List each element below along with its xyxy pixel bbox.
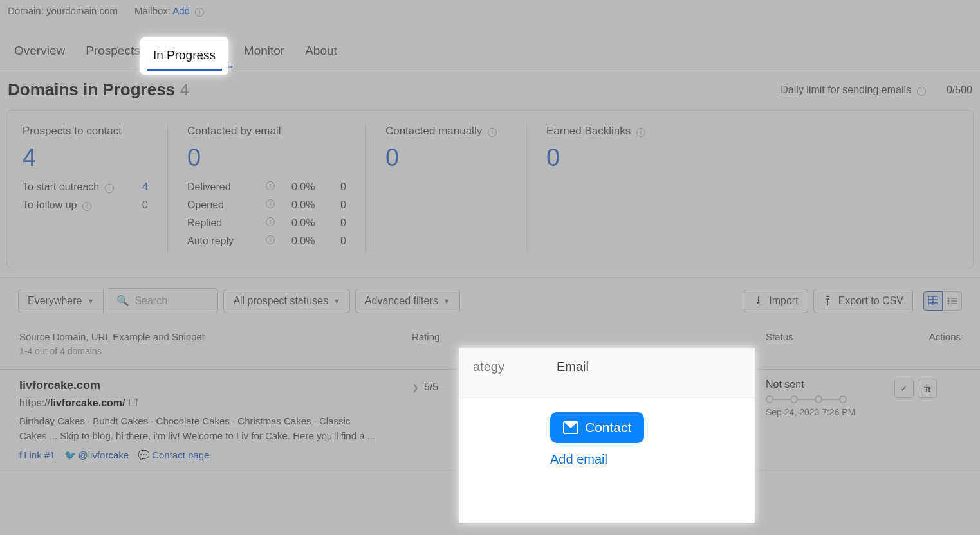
- twitter-link[interactable]: 🐦@livforcake: [64, 449, 129, 461]
- export-csv-button[interactable]: ⭱Export to CSV: [813, 289, 913, 313]
- autoreply-n: 0: [340, 235, 346, 247]
- info-icon[interactable]: i: [488, 128, 497, 137]
- col-status-header: Status: [766, 331, 894, 356]
- page-count: 4: [180, 81, 189, 98]
- mail-icon: [563, 421, 578, 434]
- svg-point-8: [947, 302, 949, 304]
- metric-manual-label: Contacted manually i: [385, 125, 507, 138]
- contact-page-link[interactable]: 💬Contact page: [138, 449, 209, 461]
- scope-dropdown[interactable]: Everywhere▼: [18, 289, 104, 313]
- tab-in-progress-highlight[interactable]: In Progress: [147, 42, 222, 71]
- autoreply-label: Auto reply: [187, 235, 246, 247]
- upload-icon: ⭱: [823, 295, 833, 307]
- to-start-value[interactable]: 4: [142, 181, 148, 193]
- external-link-icon: [129, 399, 137, 406]
- list-view-button[interactable]: [943, 291, 962, 311]
- domain-value: yourdomain.com: [46, 5, 118, 16]
- mark-done-button[interactable]: ✓: [894, 379, 914, 398]
- search-icon: 🔍: [116, 295, 129, 307]
- delivered-pct: 0.0%: [291, 181, 324, 193]
- metric-prospects-label: Prospects to contact: [23, 125, 148, 138]
- list-icon: [947, 296, 957, 305]
- status-timeline: [766, 395, 894, 403]
- table-icon: [928, 296, 938, 305]
- metrics-panel: Prospects to contact 4 To start outreach…: [6, 110, 974, 268]
- metric-backlinks-label: Earned Backlinks i: [546, 125, 669, 138]
- info-icon[interactable]: i: [917, 87, 926, 96]
- info-icon[interactable]: i: [105, 184, 114, 193]
- info-icon[interactable]: i: [82, 202, 91, 211]
- info-icon[interactable]: i: [195, 8, 204, 17]
- search-input[interactable]: 🔍 Search: [109, 288, 218, 313]
- tab-about[interactable]: About: [296, 35, 346, 68]
- delete-button[interactable]: 🗑: [918, 379, 937, 398]
- status-dropdown[interactable]: All prospect statuses▼: [223, 289, 350, 313]
- chevron-down-icon: ▼: [333, 297, 340, 305]
- metric-email-value: 0: [187, 145, 346, 170]
- col-source-header: Source Domain, URL Example and Snippet: [19, 331, 412, 342]
- to-start-label: To start outreach i: [23, 181, 114, 193]
- check-icon: ✓: [900, 383, 908, 394]
- metric-backlinks-value: 0: [546, 145, 669, 170]
- info-icon[interactable]: i: [266, 235, 275, 244]
- mailbox-add-link[interactable]: Add: [172, 5, 190, 16]
- facebook-link[interactable]: fLink #1: [19, 449, 55, 461]
- info-icon[interactable]: i: [266, 199, 275, 208]
- replied-pct: 0.0%: [291, 217, 324, 229]
- info-icon[interactable]: i: [266, 217, 275, 226]
- daily-limit: Daily limit for sending emails i 0/500: [781, 84, 972, 96]
- info-icon[interactable]: i: [636, 128, 645, 137]
- delivered-label: Delivered: [187, 181, 246, 193]
- add-email-link[interactable]: Add email: [550, 452, 741, 467]
- import-button[interactable]: ⭳Import: [744, 289, 808, 313]
- col-actions-header: Actions: [894, 331, 961, 356]
- facebook-icon: f: [19, 449, 22, 460]
- download-icon: ⭳: [753, 295, 764, 307]
- trash-icon: 🗑: [923, 383, 932, 394]
- opened-n: 0: [340, 199, 346, 211]
- tab-overview[interactable]: Overview: [5, 35, 74, 68]
- col-strategy-header: ategy: [473, 359, 557, 374]
- row-domain[interactable]: livforcake.com: [19, 379, 412, 392]
- to-followup-label: To follow up i: [23, 199, 91, 211]
- contact-button[interactable]: Contact: [550, 412, 644, 443]
- autoreply-pct: 0.0%: [291, 235, 324, 247]
- delivered-n: 0: [340, 181, 346, 193]
- to-followup-value: 0: [142, 199, 148, 211]
- chevron-right-icon: ❯: [412, 383, 419, 392]
- message-icon: 💬: [138, 449, 150, 460]
- metric-email-label: Contacted by email: [187, 125, 346, 138]
- col-email-header: Email: [557, 359, 589, 374]
- info-icon[interactable]: i: [266, 181, 275, 190]
- mailbox-label: Mailbox:: [134, 5, 171, 16]
- svg-point-4: [947, 297, 949, 299]
- replied-label: Replied: [187, 217, 246, 229]
- opened-pct: 0.0%: [291, 199, 324, 211]
- chevron-down-icon: ▼: [87, 297, 94, 305]
- tab-prospects[interactable]: Prospects: [77, 35, 149, 68]
- svg-point-6: [947, 300, 949, 302]
- table-view-button[interactable]: [923, 291, 943, 311]
- chevron-down-icon: ▼: [443, 297, 450, 305]
- advanced-filters-dropdown[interactable]: Advanced filters▼: [355, 289, 460, 313]
- tab-monitor[interactable]: Monitor: [235, 35, 293, 68]
- row-url[interactable]: https://livforcake.com/: [19, 397, 412, 409]
- twitter-icon: 🐦: [64, 449, 77, 460]
- row-snippet: Birthday Cakes · Bundt Cakes · Chocolate…: [19, 414, 380, 443]
- metric-prospects-value: 4: [23, 145, 148, 170]
- row-status: Not sent: [766, 379, 894, 390]
- page-title: Domains in Progress4: [8, 80, 189, 100]
- metric-manual-value: 0: [385, 145, 507, 170]
- pagination-hint: 1-4 out of 4 domains: [19, 346, 412, 356]
- replied-n: 0: [340, 217, 346, 229]
- row-timestamp: Sep 24, 2023 7:26 PM: [766, 407, 894, 417]
- opened-label: Opened: [187, 199, 246, 211]
- domain-label: Domain:: [8, 5, 44, 16]
